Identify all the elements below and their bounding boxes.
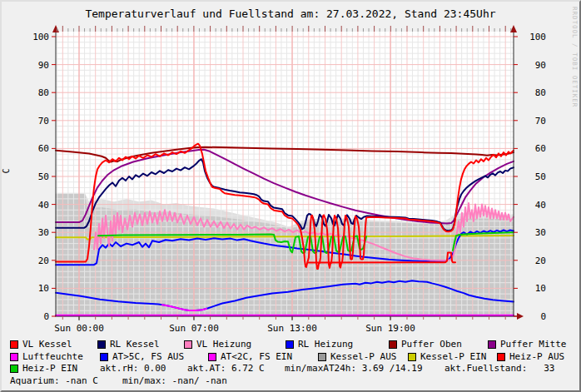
- legend-label: Heiz-P AUS: [509, 352, 564, 361]
- legend-label: Luftfeuchte: [22, 352, 83, 361]
- stat-text: akt.AT: 6.72 C: [187, 364, 265, 374]
- legend-swatch: [184, 340, 192, 349]
- y-tick-label-left: 20: [38, 256, 49, 266]
- y-tick-label-right: 60: [535, 143, 546, 154]
- y-tick-label-right: 50: [535, 171, 546, 182]
- y-tick-label-right: 0: [540, 311, 546, 322]
- y-tick-label-right: 30: [535, 227, 546, 238]
- y-tick-label-left: 80: [38, 87, 49, 98]
- y-tick-label-left: 70: [38, 116, 49, 127]
- legend-swatch: [286, 340, 294, 349]
- legend-swatch: [100, 353, 108, 361]
- legend-label: AT>5C, FS AUS: [112, 352, 184, 361]
- legend-swatch: [208, 353, 216, 361]
- legend-swatch: [10, 365, 18, 373]
- chart-canvas: 0010102020303040405050606070708080909010…: [2, 2, 579, 390]
- y-tick-label-left: 100: [32, 32, 49, 42]
- legend-label: VL Heizung: [196, 340, 251, 349]
- legend-label: Puffer Mitte: [500, 340, 566, 349]
- legend-label: RL Heizung: [298, 340, 353, 349]
- rrdtool-watermark: RRDTOOL / TOBI OETIKER: [571, 7, 579, 107]
- y-tick-label-right: 40: [535, 200, 546, 211]
- stat-text: akt.rH: 0.00: [100, 364, 166, 374]
- legend-label: Puffer Oben: [401, 340, 462, 349]
- stat-text: min/maxAT24h: 3.69 /14.19: [285, 364, 423, 374]
- x-tick-label: Sun 07:00: [169, 323, 219, 334]
- stat-text: Aquarium: -nan C: [10, 376, 98, 386]
- legend-swatch: [497, 353, 505, 361]
- legend-label: Heiz-P EIN: [22, 364, 77, 373]
- legend-swatch: [408, 353, 416, 361]
- y-tick-label-right: 100: [529, 32, 546, 42]
- legend-label: AT<2C, FS EIN: [221, 352, 292, 361]
- y-tick-label-right: 20: [535, 256, 546, 266]
- legend-swatch: [10, 353, 18, 361]
- y-tick-label-left: 60: [38, 143, 49, 154]
- legend-swatch: [10, 340, 18, 349]
- y-tick-label-left: 90: [38, 60, 49, 71]
- x-tick-label: Sun 00:00: [54, 323, 104, 334]
- y-tick-label-right: 90: [535, 60, 546, 71]
- y-tick-label-right: 70: [535, 116, 546, 127]
- legend-swatch: [318, 353, 326, 361]
- y-tick-label-left: 0: [43, 311, 49, 322]
- stat-text: akt.Fuellstand: 33: [444, 364, 554, 374]
- legend-label: RL Kessel: [110, 340, 160, 349]
- y-tick-label-left: 50: [38, 171, 49, 182]
- x-axis-arrow: [517, 313, 524, 320]
- y-axis-arrow-left: [52, 25, 59, 32]
- legend-label: Kessel-P AUS: [330, 352, 396, 361]
- legend-label: VL Kessel: [22, 340, 72, 349]
- legend-label: Kessel-P EIN: [420, 352, 486, 361]
- legend-swatch: [97, 340, 106, 349]
- y-tick-label-right: 10: [535, 283, 546, 294]
- legend-swatch: [389, 340, 397, 349]
- stat-text: min/max: -nan/ -nan: [122, 376, 227, 386]
- legend-swatch: [488, 340, 496, 349]
- x-tick-label: Sun 19:00: [365, 323, 415, 334]
- y-tick-label-right: 80: [535, 87, 546, 98]
- x-tick-label: Sun 13:00: [267, 323, 317, 334]
- rrdtool-graph: Temperaturverlauf und Fuellstand am: 27.…: [0, 0, 581, 392]
- y-tick-label-left: 40: [38, 200, 49, 211]
- y-tick-label-left: 30: [38, 227, 49, 238]
- y-tick-label-left: 10: [38, 283, 49, 294]
